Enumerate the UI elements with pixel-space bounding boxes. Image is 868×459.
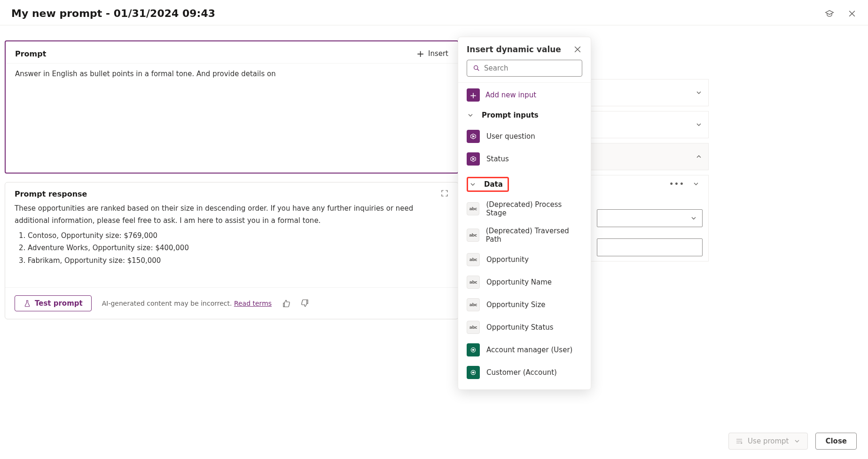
chevron-down-icon [793,437,801,445]
learn-icon[interactable] [825,9,834,18]
insert-label: Insert [428,49,448,58]
text-icon: abc [467,202,479,215]
dynamic-value-item[interactable]: Customer (Account) [467,361,582,384]
svg-marker-9 [473,158,475,160]
topbar-actions [825,9,857,18]
dynamic-value-item[interactable]: Status [467,148,582,170]
item-label: Account manager (User) [486,346,572,354]
chevron-down-icon[interactable] [692,180,700,188]
bottom-bar: Use prompt Close [728,433,857,450]
add-new-input-button[interactable]: + Add new input [467,88,582,102]
prompt-card: Prompt + Insert Answer in English as bul… [5,40,459,174]
chevron-down-icon [467,111,474,119]
svg-point-4 [474,66,478,70]
input-icon [467,130,480,143]
input-icon [467,152,480,166]
insert-button[interactable]: + Insert [416,48,448,59]
item-label: User question [486,132,535,141]
chevron-down-icon[interactable] [695,89,703,96]
more-icon[interactable]: ••• [669,180,685,188]
prompt-textarea[interactable]: Answer in English as bullet points in a … [15,69,448,163]
group-label: Prompt inputs [482,111,539,119]
ai-disclaimer: AI-generated content may be incorrect. R… [102,300,272,307]
group-data[interactable]: Data [469,180,503,189]
text-icon: abc [467,229,479,242]
search-field[interactable] [484,64,576,72]
dropdown-field[interactable] [597,209,703,227]
dynamic-value-item[interactable]: abc Opportunity Status [467,316,582,339]
response-card-title: Prompt response [15,190,87,198]
prompt-card-title: Prompt [15,49,46,58]
item-label: Opportunity Status [486,323,554,332]
chevron-down-icon [469,181,477,188]
plus-icon: + [416,48,424,59]
popover-title: Insert dynamic value [467,45,561,54]
dynamic-value-item[interactable]: abc Opportunity Name [467,271,582,293]
use-prompt-button[interactable]: Use prompt [728,433,808,450]
item-label: Opportunity Name [486,278,552,286]
list-item: Contoso, Opportunity size: $769,000 [28,230,449,242]
thumbs-up-icon[interactable] [282,299,290,308]
expand-icon[interactable] [440,189,449,199]
entity-icon [467,366,480,379]
response-card: Prompt response These opportunities are … [5,182,459,319]
use-prompt-label: Use prompt [748,437,789,445]
text-icon: abc [467,321,480,334]
thumbs-down-icon[interactable] [301,299,309,308]
group-label: Data [484,180,503,189]
dynamic-value-item[interactable]: abc Opportunity [467,248,582,271]
item-label: Opportunity Size [486,301,546,309]
close-window-icon[interactable] [847,9,857,18]
test-prompt-button[interactable]: Test prompt [15,295,92,311]
close-icon[interactable] [573,45,582,54]
text-icon: abc [467,276,480,289]
settings-column: ••• [591,79,709,261]
item-label: (Deprecated) Process Stage [486,200,582,217]
text-icon: abc [467,298,480,311]
page-title: My new prompt - 01/31/2024 09:43 [11,8,215,19]
entity-icon [467,343,480,356]
dynamic-value-item[interactable]: abc Opportunity Size [467,293,582,316]
plus-icon: + [467,88,480,102]
response-intro: These opportunities are ranked based on … [15,203,449,227]
settings-row[interactable] [591,79,709,106]
add-new-label: Add new input [485,91,536,99]
topbar: My new prompt - 01/31/2024 09:43 [0,0,868,23]
text-icon: abc [467,253,480,266]
dynamic-value-item[interactable]: User question [467,125,582,148]
prompt-icon [735,437,743,445]
search-input[interactable] [467,60,582,77]
chevron-down-icon [690,214,697,222]
read-terms-link[interactable]: Read terms [234,300,272,307]
settings-row[interactable] [591,111,709,138]
chevron-up-icon[interactable] [695,153,703,160]
group-prompt-inputs[interactable]: Prompt inputs [467,111,582,119]
svg-line-5 [477,69,479,71]
text-field[interactable] [597,238,703,256]
list-item: Adventure Works, Opportunity size: $400,… [28,242,449,254]
svg-marker-7 [473,135,475,137]
dynamic-value-popover: Insert dynamic value + Add new input [458,37,591,390]
dynamic-value-item[interactable]: abc (Deprecated) Traversed Path [467,222,582,248]
close-button[interactable]: Close [815,433,857,450]
response-list: Contoso, Opportunity size: $769,000 Adve… [15,230,449,267]
search-icon [473,64,480,72]
beaker-icon [23,300,31,307]
chevron-down-icon[interactable] [695,121,703,128]
test-prompt-label: Test prompt [35,299,83,308]
settings-row-expanded[interactable] [591,143,709,170]
list-item: Fabrikam, Opportunity size: $150,000 [28,254,449,267]
item-label: Status [486,155,509,163]
item-label: Opportunity [486,255,529,264]
dynamic-value-item[interactable]: Account manager (User) [467,339,582,361]
dynamic-value-item[interactable]: abc (Deprecated) Process Stage [467,196,582,222]
item-label: Customer (Account) [486,368,557,377]
item-label: (Deprecated) Traversed Path [486,227,582,244]
